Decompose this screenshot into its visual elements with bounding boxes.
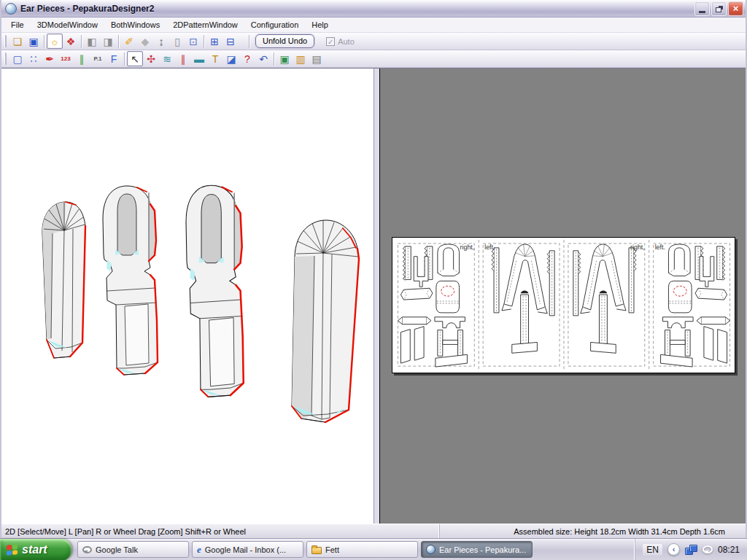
menu-file[interactable]: File — [4, 19, 31, 31]
menu-bothwindows[interactable]: BothWindows — [104, 19, 166, 31]
single-window-button[interactable]: ⊟ — [222, 34, 239, 49]
menu-3dmodelwindow[interactable]: 3DModelWindow — [31, 19, 104, 31]
unfoldbox-closed-button[interactable]: ◨ — [100, 34, 116, 49]
toolbar-separator — [124, 52, 125, 66]
cylinder-button[interactable]: ▯ — [169, 34, 185, 49]
open-folder-button[interactable]: ❏ — [9, 34, 26, 49]
3d-model-piece-3 — [186, 185, 244, 397]
join-edge-icon: ≋ — [163, 54, 171, 64]
part-number-icon: 123 — [61, 54, 70, 64]
menu-help[interactable]: Help — [305, 19, 335, 31]
join-edge-button[interactable]: ≋ — [159, 51, 175, 66]
unfold-undo-button[interactable]: Unfold Undo — [255, 34, 314, 48]
edit-knife-button[interactable]: ✒ — [42, 51, 58, 66]
statusbar-hint: 2D [Select/Move] L [Pan] R or Wheel Drag… — [1, 524, 439, 538]
menu-2dpatternwindow[interactable]: 2DPatternWindow — [166, 19, 244, 31]
flatten-icon: ▬ — [194, 54, 204, 64]
print-button[interactable]: ▤ — [309, 51, 325, 66]
pattern-page-4 — [661, 244, 730, 367]
collapse-chevron-icon[interactable]: ‹ — [667, 543, 680, 556]
start-label: start — [22, 543, 47, 556]
select-parts-button[interactable]: ▢ — [9, 51, 26, 66]
edit-pen-button[interactable]: ✐ — [121, 34, 137, 49]
pivot-move-icon: ↨ — [159, 36, 164, 47]
window-title: Ear Pieces - PepakuraDesigner2 — [20, 4, 693, 14]
select-cube-icon: ⊡ — [189, 36, 198, 47]
taskbar: start Google TalkeGoogle Mail - Inbox (.… — [0, 538, 747, 560]
solid-view-button[interactable]: ◆ — [137, 34, 153, 49]
task-label: Google Talk — [96, 545, 138, 554]
print-preview-icon: ▥ — [295, 54, 305, 64]
task-button-google-mail-inbox[interactable]: eGoogle Mail - Inbox (... — [192, 541, 303, 558]
text-icon: T — [212, 54, 219, 64]
select-parts-icon: ▢ — [12, 54, 22, 64]
edge-edit-icon: ✣ — [147, 54, 155, 64]
restore-button[interactable] — [711, 1, 727, 16]
task-button-ear-pieces-pepakura[interactable]: Ear Pieces - Pepakura... — [421, 541, 533, 558]
app-icon — [5, 3, 17, 15]
statusbar-assembled-size: Assembled size: Height 18.2cm Width 31.4… — [439, 524, 746, 538]
select-move-button[interactable]: ↖ — [127, 51, 143, 66]
menubar-items: File3DModelWindowBothWindows2DPatternWin… — [1, 18, 746, 33]
messenger-icon[interactable] — [703, 545, 713, 553]
language-indicator[interactable]: EN — [643, 544, 662, 556]
save-pattern-button[interactable]: ▣ — [276, 51, 293, 66]
light-shading-button[interactable]: ☼ — [47, 34, 63, 49]
2d-pattern-view[interactable]: right, left. right, left. — [379, 69, 746, 524]
texture-cube-icon: ❖ — [66, 36, 76, 47]
help-cube-icon: ? — [244, 54, 250, 64]
select-cube-button[interactable]: ⊡ — [185, 34, 201, 49]
minimize-icon — [699, 11, 705, 13]
task-button-fett[interactable]: Fett — [306, 541, 418, 558]
pepakura-icon — [426, 545, 436, 554]
auto-checkbox[interactable]: ✓ — [326, 37, 335, 46]
save-button[interactable]: ▣ — [26, 34, 42, 49]
edge-edit-button[interactable]: ✣ — [143, 51, 159, 66]
view-splitter[interactable] — [374, 69, 379, 524]
pivot-move-button[interactable]: ↨ — [153, 34, 169, 49]
fold-color-button[interactable]: ∥ — [175, 51, 191, 66]
flatten-button[interactable]: ▬ — [191, 51, 207, 66]
taskbar-tasks: Google TalkeGoogle Mail - Inbox (...Fett… — [71, 539, 535, 560]
open-folder-icon: ❏ — [13, 36, 23, 47]
start-button[interactable]: start — [0, 539, 71, 560]
fold-lines-button[interactable]: ∥ — [74, 51, 90, 66]
flip-pattern-icon: F — [111, 54, 117, 64]
picture-button[interactable]: ◪ — [223, 51, 239, 66]
light-shading-icon: ☼ — [50, 36, 60, 47]
toolbar-grip[interactable] — [4, 35, 7, 47]
pattern-sheet[interactable]: right, left. right, left. — [392, 237, 735, 373]
help-cube-button[interactable]: ? — [239, 51, 255, 66]
clock[interactable]: 08:21 — [718, 545, 743, 555]
toolbar-grip[interactable] — [4, 52, 7, 65]
unfoldbox-open-icon: ◧ — [87, 36, 96, 47]
part-number-button[interactable]: 123 — [58, 51, 74, 66]
pattern-page-3 — [573, 244, 636, 353]
minimize-button[interactable] — [694, 1, 710, 16]
auto-checkbox-group[interactable]: ✓ Auto — [326, 37, 355, 46]
desktop: Ear Pieces - PepakuraDesigner2 × File3DM… — [0, 0, 747, 560]
arrange-parts-icon: ∷ — [31, 54, 37, 64]
menu-configuration[interactable]: Configuration — [244, 19, 305, 31]
page-setup-icon: P.1 — [94, 54, 102, 64]
page-setup-button[interactable]: P.1 — [90, 51, 106, 66]
print-preview-button[interactable]: ▥ — [293, 51, 309, 66]
texture-cube-button[interactable]: ❖ — [63, 34, 79, 49]
3d-model-view[interactable] — [1, 69, 374, 524]
close-button[interactable]: × — [728, 1, 743, 16]
unfoldbox-closed-icon: ◨ — [103, 36, 112, 47]
text-button[interactable]: T — [207, 51, 223, 66]
network-icon[interactable] — [685, 545, 697, 555]
save-icon: ▣ — [28, 36, 38, 47]
3d-model-piece-1 — [42, 202, 85, 358]
arrange-parts-button[interactable]: ∷ — [26, 51, 42, 66]
3d-model-piece-4 — [292, 220, 359, 422]
task-button-google-talk[interactable]: Google Talk — [77, 541, 189, 558]
unfoldbox-open-button[interactable]: ◧ — [84, 34, 100, 49]
pattern-page-2 — [492, 244, 554, 353]
titlebar[interactable]: Ear Pieces - PepakuraDesigner2 × — [1, 0, 746, 18]
flip-pattern-button[interactable]: F — [106, 51, 122, 66]
split-window-button[interactable]: ⊞ — [206, 34, 222, 49]
undo-button[interactable]: ↶ — [255, 51, 271, 66]
statusbar: 2D [Select/Move] L [Pan] R or Wheel Drag… — [1, 524, 746, 538]
